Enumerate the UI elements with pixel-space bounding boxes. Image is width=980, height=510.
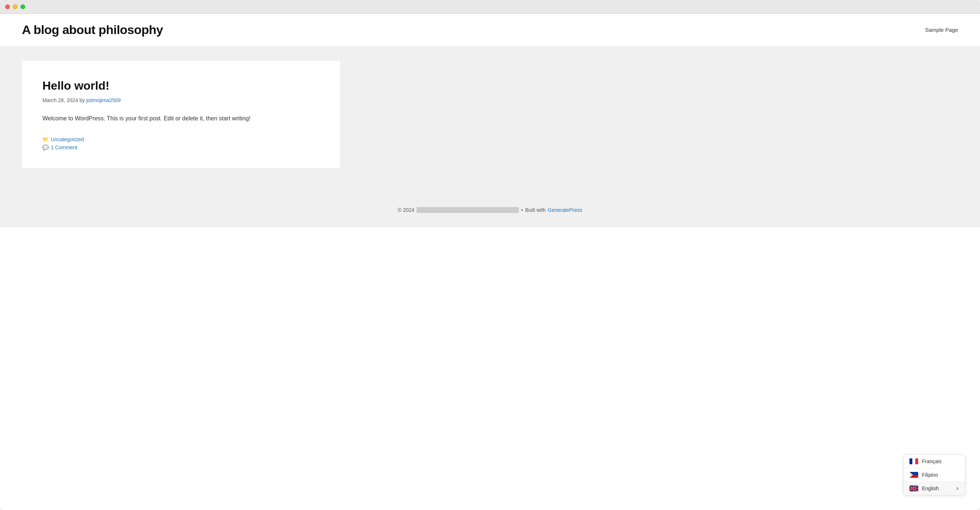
post-comments-item: 💬 1 Comment bbox=[42, 145, 320, 150]
comment-icon: 💬 bbox=[42, 145, 49, 150]
language-option-fil[interactable]: Filipino bbox=[904, 468, 965, 482]
post-title: Hello world! bbox=[42, 78, 320, 94]
post-category-item: 📁 Uncategorized bbox=[42, 137, 320, 142]
language-option-fr[interactable]: Français bbox=[904, 455, 965, 468]
chevron-up-icon: ∧ bbox=[956, 486, 959, 491]
flag-fr bbox=[909, 458, 918, 464]
close-button[interactable] bbox=[5, 5, 10, 9]
site-wrapper: A blog about philosophy Sample Page Hell… bbox=[0, 14, 980, 510]
language-label-fr: Français bbox=[922, 458, 942, 464]
flag-uk bbox=[909, 486, 918, 491]
post-footer: 📁 Uncategorized 💬 1 Comment bbox=[42, 137, 320, 150]
site-nav: Sample Page bbox=[925, 27, 958, 33]
site-footer: © 2024 • Built with GeneratePress bbox=[0, 193, 980, 228]
bullet-separator: • bbox=[521, 207, 523, 213]
language-switcher: Français Filipino English ∧ bbox=[903, 454, 966, 496]
site-header: A blog about philosophy Sample Page bbox=[0, 14, 980, 46]
minimize-button[interactable] bbox=[13, 5, 18, 9]
language-label-fil: Filipino bbox=[922, 472, 938, 478]
browser-window: A blog about philosophy Sample Page Hell… bbox=[0, 0, 980, 510]
post-author[interactable]: jotimojima2569 bbox=[86, 97, 121, 103]
post-meta: March 28, 2024 by jotimojima2569 bbox=[42, 97, 320, 103]
post-card: Hello world! March 28, 2024 by jotimojim… bbox=[22, 61, 340, 168]
titlebar bbox=[0, 0, 980, 14]
folder-icon: 📁 bbox=[42, 137, 49, 142]
flag-ph bbox=[909, 472, 918, 478]
post-content: Welcome to WordPress. This is your first… bbox=[42, 113, 320, 123]
site-title: A blog about philosophy bbox=[22, 23, 163, 37]
built-with-label: Built with bbox=[525, 207, 546, 213]
post-category-link[interactable]: Uncategorized bbox=[51, 137, 84, 142]
copyright-text: © 2024 bbox=[398, 207, 414, 213]
redacted-site-name bbox=[417, 207, 519, 213]
language-label-en: English bbox=[922, 486, 939, 491]
maximize-button[interactable] bbox=[21, 5, 25, 9]
sample-page-link[interactable]: Sample Page bbox=[925, 27, 958, 33]
post-date: March 28, 2024 bbox=[42, 97, 78, 103]
generatepress-link[interactable]: GeneratePress bbox=[548, 207, 582, 213]
language-option-en[interactable]: English ∧ bbox=[904, 482, 965, 495]
by-label: by bbox=[80, 97, 86, 103]
footer-inner: © 2024 • Built with GeneratePress bbox=[22, 207, 958, 213]
site-main: Hello world! March 28, 2024 by jotimojim… bbox=[0, 46, 980, 193]
post-comments-link[interactable]: 1 Comment bbox=[51, 145, 77, 150]
